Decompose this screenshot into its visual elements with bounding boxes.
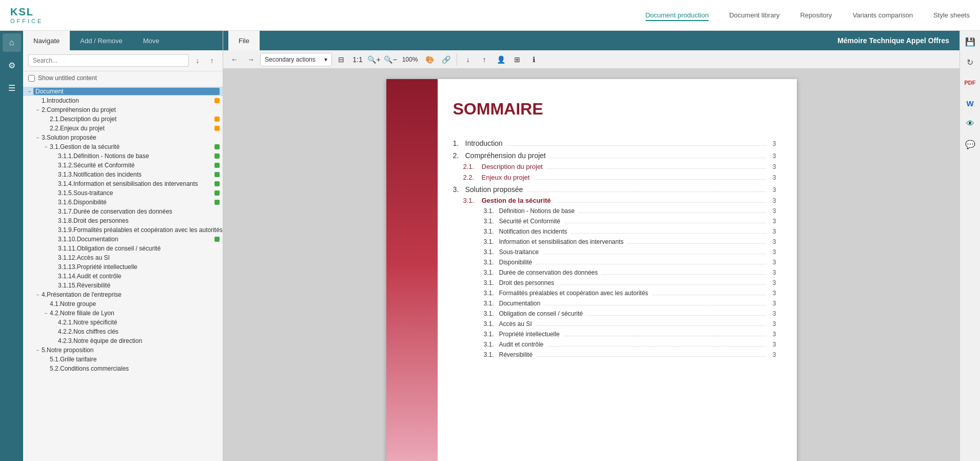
tree-toggle[interactable] [51, 189, 58, 197]
tab-move[interactable]: Move [133, 31, 170, 50]
download-btn[interactable]: ↓ [461, 52, 475, 67]
tree-item[interactable]: 1.Introduction🏷 [23, 96, 223, 105]
tree-item[interactable]: 2.1.Description du projet🏷 [23, 114, 223, 124]
tree-item[interactable]: −3.1.Gestion de la sécurité🏷 [23, 142, 223, 151]
tab-navigate[interactable]: Navigate [23, 31, 70, 50]
tree-item[interactable]: 3.1.15.Réversibilité [23, 281, 223, 290]
tree-toggle[interactable] [51, 254, 58, 261]
tree-toggle[interactable] [51, 162, 58, 169]
tree-toggle[interactable]: − [34, 291, 42, 298]
tree-item[interactable]: 3.1.14.Audit et contrôle [23, 272, 223, 281]
tree-toggle[interactable] [51, 226, 58, 234]
tree-toggle[interactable] [43, 116, 50, 123]
table-btn[interactable]: ⊞ [510, 52, 524, 67]
tree-toggle[interactable] [51, 236, 58, 243]
tree-item[interactable]: −2.Compréhension du projet [23, 105, 223, 114]
word-btn[interactable]: W [962, 95, 978, 111]
toc-label: Documentation [499, 300, 541, 307]
forward-btn[interactable]: → [244, 52, 258, 67]
tab-add-remove[interactable]: Add / Remove [70, 31, 132, 50]
secondary-actions-dropdown[interactable]: Secondary actions ▾ [260, 53, 332, 66]
tree-toggle[interactable] [43, 125, 50, 132]
back-btn[interactable]: ← [227, 52, 242, 67]
nav-document-library[interactable]: Document library [729, 9, 779, 21]
comment-btn[interactable]: 💬 [962, 136, 978, 152]
tree-item[interactable]: 5.2.Conditions commerciales [23, 364, 223, 373]
tree-item[interactable]: 3.1.10.Documentation🏷 [23, 235, 223, 244]
tree-toggle[interactable] [51, 273, 58, 280]
tree-toggle[interactable] [51, 152, 58, 160]
user-btn[interactable]: 👤 [494, 52, 508, 67]
save-btn[interactable]: 💾 [962, 33, 978, 50]
tree-item[interactable]: 3.1.3.Notification des incidents🏷 [23, 170, 223, 179]
tree-toggle[interactable] [43, 365, 50, 372]
show-untitled-checkbox[interactable] [28, 75, 35, 82]
tree-toggle[interactable] [51, 199, 58, 206]
tree-toggle[interactable]: − [34, 347, 42, 354]
tree-item[interactable]: 3.1.13.Propriété intellectuelle [23, 262, 223, 272]
upload-btn[interactable]: ↑ [477, 52, 492, 67]
paint-btn[interactable]: 🎨 [422, 52, 437, 67]
list-icon-btn[interactable]: ☰ [3, 79, 21, 97]
tree-item[interactable]: 4.2.3.Notre équipe de direction [23, 336, 223, 345]
tree-toggle[interactable] [51, 282, 58, 289]
tree-item[interactable]: 3.1.6.Disponibilité🏷 [23, 198, 223, 207]
zoom-in-btn[interactable]: 🔍+ [367, 52, 381, 67]
tree-item[interactable]: −4.2.Notre filiale de Lyon [23, 309, 223, 318]
tree-toggle[interactable] [51, 180, 58, 187]
tree-toggle[interactable] [51, 245, 58, 252]
tree-item[interactable]: 3.1.2.Sécurité et Conformité🏷 [23, 161, 223, 170]
tree-item[interactable]: −4.Présentation de l'entreprise [23, 290, 223, 299]
nav-document-production[interactable]: Document production [645, 9, 709, 21]
tree-item[interactable]: 3.1.4.Information et sensibilisation des… [23, 179, 223, 188]
tree-item[interactable]: 4.2.1.Notre spécificité [23, 318, 223, 327]
tree-item[interactable]: 5.1.Grille tarifaire [23, 355, 223, 364]
tree-item[interactable]: 3.1.5.Sous-traitance🏷 [23, 188, 223, 198]
tree-item[interactable]: 4.1.Notre groupe [23, 299, 223, 309]
tree-toggle[interactable] [51, 319, 58, 326]
eye-btn[interactable]: 👁 [962, 116, 978, 132]
tree-item[interactable]: 3.1.11.Obligation de conseil / sécurité [23, 244, 223, 253]
doc-content[interactable]: SOMMAIRE 1. Introduction32. Compréhensio… [223, 69, 959, 461]
link-btn[interactable]: 🔗 [439, 52, 453, 67]
settings-icon-btn[interactable]: ⚙ [3, 56, 21, 74]
home-icon-btn[interactable]: ⌂ [3, 33, 21, 52]
tree-item[interactable]: 3.1.9.Formalités préalables et coopérati… [23, 225, 223, 235]
tree-item[interactable]: 2.2.Enjeux du projet🏷 [23, 124, 223, 133]
tree-toggle[interactable] [51, 328, 58, 335]
tree-item[interactable]: 3.1.8.Droit des personnes [23, 216, 223, 225]
tree-toggle[interactable] [51, 263, 58, 271]
tree-toggle[interactable]: − [26, 88, 33, 95]
tree-item[interactable]: −Document [23, 87, 223, 96]
nav-variants-comparison[interactable]: Variants comparison [853, 9, 913, 21]
tree-item[interactable]: 3.1.12.Accès au SI [23, 253, 223, 262]
tree-toggle[interactable]: − [43, 310, 50, 317]
tree-item[interactable]: 3.1.7.Durée de conservation des données [23, 207, 223, 216]
nav-repository[interactable]: Repository [800, 9, 832, 21]
sort-down-btn[interactable]: ↓ [192, 55, 203, 66]
tree-item[interactable]: −5.Notre proposition [23, 345, 223, 355]
columns-btn[interactable]: ⊟ [334, 52, 348, 67]
sync-btn[interactable]: ↻ [962, 54, 978, 70]
tree-item[interactable]: 4.2.2.Nos chiffres clés [23, 327, 223, 336]
tree-toggle[interactable] [51, 337, 58, 344]
zoom-actual-btn[interactable]: 1:1 [350, 52, 365, 67]
zoom-out-btn[interactable]: 🔍− [383, 52, 398, 67]
tree-item[interactable]: −3.Solution proposée [23, 133, 223, 142]
tree-toggle[interactable]: − [34, 134, 42, 141]
sort-up-btn[interactable]: ↑ [206, 55, 218, 66]
tree-toggle[interactable] [51, 171, 58, 178]
tree-toggle[interactable] [43, 300, 50, 308]
tree-toggle[interactable] [34, 97, 42, 104]
tree-toggle[interactable] [43, 356, 50, 363]
tree-item[interactable]: 3.1.1.Définition - Notions de base🏷 [23, 151, 223, 161]
pdf-btn[interactable]: PDF [962, 74, 978, 91]
file-tab[interactable]: File [228, 31, 260, 50]
tree-toggle[interactable]: − [43, 143, 50, 150]
tree-toggle[interactable] [51, 217, 58, 224]
tree-toggle[interactable]: − [34, 106, 42, 113]
nav-style-sheets[interactable]: Style sheets [933, 9, 970, 21]
tree-toggle[interactable] [51, 208, 58, 215]
info-btn[interactable]: ℹ [526, 52, 541, 67]
search-input[interactable] [28, 54, 189, 67]
